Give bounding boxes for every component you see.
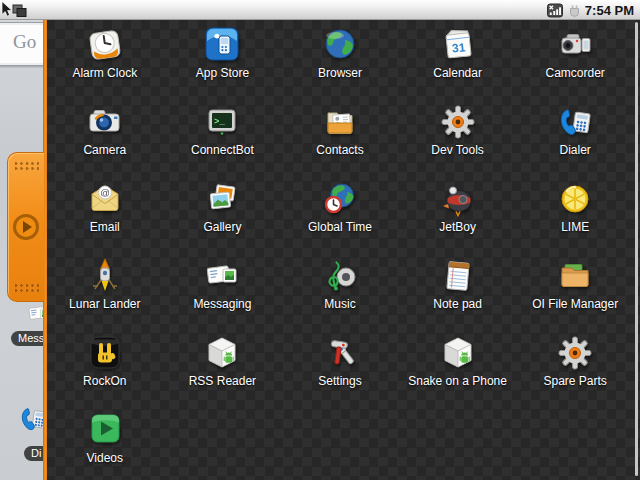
rockon-icon: [85, 333, 125, 373]
messaging-icon: [202, 256, 242, 296]
app-label: Dialer: [560, 143, 591, 157]
camcorder-icon: [555, 25, 595, 65]
app-browser[interactable]: Browser: [281, 20, 399, 97]
google-widget-text: Go: [13, 31, 36, 53]
dev-tools-icon: [438, 102, 478, 142]
app-spare-parts[interactable]: Spare Parts: [516, 328, 634, 405]
notepad-icon: [438, 256, 478, 296]
app-lime[interactable]: LIME: [516, 174, 634, 251]
app-rss-reader[interactable]: RSS Reader: [164, 328, 282, 405]
videos-icon: [85, 410, 125, 450]
app-label: Contacts: [316, 143, 363, 157]
app-label: Note pad: [433, 297, 482, 311]
app-label: JetBoy: [439, 220, 476, 234]
snake-icon: [438, 333, 478, 373]
music-icon: [320, 256, 360, 296]
battery-charging-icon: [566, 3, 582, 18]
app-label: Snake on a Phone: [408, 374, 507, 388]
app-camera[interactable]: Camera: [46, 97, 164, 174]
oi-file-manager-icon: [555, 256, 595, 296]
app-music[interactable]: Music: [281, 251, 399, 328]
app-label: LIME: [561, 220, 589, 234]
app-label: Lunar Lander: [69, 297, 140, 311]
app-label: Music: [324, 297, 355, 311]
app-global-time[interactable]: Global Time: [281, 174, 399, 251]
app-connectbot[interactable]: ConnectBot: [164, 97, 282, 174]
drawer-arrow-icon: [13, 214, 39, 240]
app-alarm-clock[interactable]: Alarm Clock: [46, 20, 164, 97]
clock-time: 7:54 PM: [585, 3, 634, 18]
app-dialer[interactable]: Dialer: [516, 97, 634, 174]
app-label: Gallery: [203, 220, 241, 234]
app-label: Calendar: [433, 66, 482, 80]
app-label: Messaging: [193, 297, 251, 311]
handle-grip-dots-top: [14, 161, 39, 171]
app-label: Alarm Clock: [72, 66, 137, 80]
app-label: Spare Parts: [544, 374, 607, 388]
lunar-lander-icon: [85, 256, 125, 296]
app-label: App Store: [196, 66, 249, 80]
email-icon: [85, 179, 125, 219]
mouse-cursor-icon: [1, 1, 29, 19]
app-settings[interactable]: Settings: [281, 328, 399, 405]
app-label: Email: [90, 220, 120, 234]
app-dev-tools[interactable]: Dev Tools: [399, 97, 517, 174]
lime-icon: [555, 179, 595, 219]
jetboy-icon: [438, 179, 478, 219]
dialer-shortcut-icon[interactable]: [17, 402, 46, 436]
status-bar-right: 7:54 PM: [547, 0, 634, 20]
app-contacts[interactable]: Contacts: [281, 97, 399, 174]
settings-icon: [320, 333, 360, 373]
app-label: Settings: [318, 374, 361, 388]
app-label: Camera: [83, 143, 126, 157]
app-snake[interactable]: Snake on a Phone: [399, 328, 517, 405]
app-label: RockOn: [83, 374, 126, 388]
app-rockon[interactable]: RockOn: [46, 328, 164, 405]
dialer-icon: [555, 102, 595, 142]
handle-grip-dots-bottom: [14, 283, 39, 293]
app-lunar-lander[interactable]: Lunar Lander: [46, 251, 164, 328]
app-app-store[interactable]: App Store: [164, 20, 282, 97]
drawer-handle[interactable]: [7, 152, 44, 302]
contacts-icon: [320, 102, 360, 142]
app-label: OI File Manager: [532, 297, 618, 311]
android-screen: 7:54 PM Go Mess Di Alarm Clock App Store…: [0, 0, 640, 480]
app-calendar[interactable]: Calendar: [399, 20, 517, 97]
app-label: ConnectBot: [191, 143, 254, 157]
rss-reader-icon: [202, 333, 242, 373]
spare-parts-icon: [555, 333, 595, 373]
app-notepad[interactable]: Note pad: [399, 251, 517, 328]
app-label: Dev Tools: [431, 143, 483, 157]
app-label: Videos: [87, 451, 123, 465]
alarm-clock-icon: [85, 25, 125, 65]
no-signal-icon: [547, 3, 563, 18]
drawer-scrollbar[interactable]: [635, 22, 638, 476]
gallery-icon: [202, 179, 242, 219]
global-time-icon: [320, 179, 360, 219]
app-store-icon: [202, 25, 242, 65]
app-messaging[interactable]: Messaging: [164, 251, 282, 328]
google-search-widget[interactable]: Go: [0, 22, 46, 66]
app-gallery[interactable]: Gallery: [164, 174, 282, 251]
calendar-icon: [438, 25, 478, 65]
app-label: Browser: [318, 66, 362, 80]
app-label: Camcorder: [546, 66, 605, 80]
camera-icon: [85, 102, 125, 142]
browser-icon: [320, 25, 360, 65]
app-jetboy[interactable]: JetBoy: [399, 174, 517, 251]
app-email[interactable]: Email: [46, 174, 164, 251]
app-label: RSS Reader: [189, 374, 256, 388]
app-oi-file-manager[interactable]: OI File Manager: [516, 251, 634, 328]
app-videos[interactable]: Videos: [46, 405, 164, 480]
connectbot-icon: [202, 102, 242, 142]
app-grid: Alarm Clock App Store Browser Calendar C…: [46, 20, 634, 480]
messaging-shortcut-label: Mess: [11, 331, 46, 346]
app-label: Global Time: [308, 220, 372, 234]
app-camcorder[interactable]: Camcorder: [516, 20, 634, 97]
status-bar: 7:54 PM: [0, 0, 640, 20]
